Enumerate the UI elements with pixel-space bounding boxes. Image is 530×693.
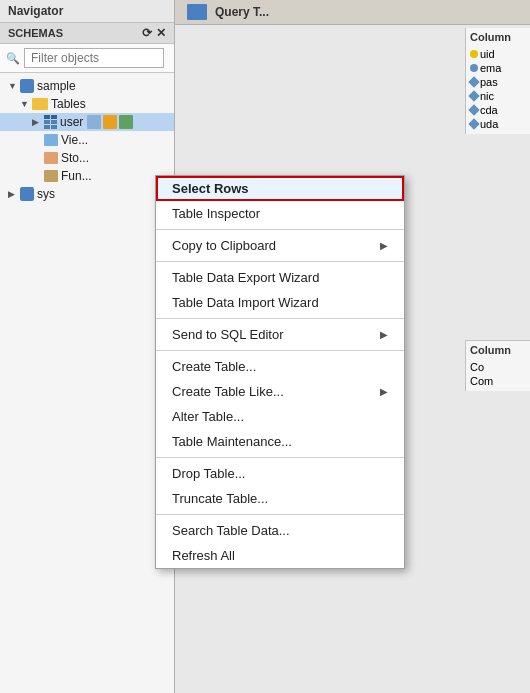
import-wizard-label: Table Data Import Wizard: [172, 295, 319, 310]
query-tab-label: Query T...: [215, 5, 269, 19]
menu-item-export-wizard[interactable]: Table Data Export Wizard: [156, 265, 404, 290]
create-table-label: Create Table...: [172, 359, 256, 374]
col-uid-label: uid: [480, 48, 495, 60]
filter-input[interactable]: [24, 48, 164, 68]
alter-table-label: Alter Table...: [172, 409, 244, 424]
copy-clipboard-label: Copy to Clipboard: [172, 238, 276, 253]
tree-item-views[interactable]: Vie...: [0, 131, 174, 149]
col-header-1: Column: [470, 31, 526, 43]
menu-item-select-rows[interactable]: Select Rows: [156, 176, 404, 201]
col-ema-label: ema: [480, 62, 501, 74]
sys-arrow: ▶: [8, 189, 20, 199]
export-wizard-label: Table Data Export Wizard: [172, 270, 319, 285]
separator-4: [156, 350, 404, 351]
separator-1: [156, 229, 404, 230]
menu-item-alter-table[interactable]: Alter Table...: [156, 404, 404, 429]
stored-label: Sto...: [61, 151, 89, 165]
navigator-panel: Navigator SCHEMAS ⟳ ✕ 🔍 ▼ sample ▼: [0, 0, 175, 693]
tree-item-sys[interactable]: ▶ sys: [0, 185, 174, 203]
create-like-arrow-icon: ▶: [380, 386, 388, 397]
schemas-icons: ⟳ ✕: [142, 26, 166, 40]
collapse-arrow: ▼: [8, 81, 20, 91]
col-ema: ema: [470, 61, 526, 75]
views-label: Vie...: [61, 133, 88, 147]
select-rows-label: Select Rows: [172, 181, 249, 196]
col-uda-label: uda: [480, 118, 498, 130]
select-rows-icon: [87, 115, 101, 129]
views-icon: [44, 134, 58, 146]
col-uda: uda: [470, 117, 526, 131]
table-maintenance-label: Table Maintenance...: [172, 434, 292, 449]
user-label: user: [60, 115, 83, 129]
col-nic: nic: [470, 89, 526, 103]
col-icon-nic: [468, 90, 479, 101]
menu-item-send-sql[interactable]: Send to SQL Editor ▶: [156, 322, 404, 347]
col-cda: cda: [470, 103, 526, 117]
menu-item-copy-clipboard[interactable]: Copy to Clipboard ▶: [156, 233, 404, 258]
sys-label: sys: [37, 187, 55, 201]
navigator-header: Navigator: [0, 0, 174, 23]
col-cda-label: cda: [480, 104, 498, 116]
query-tab[interactable]: Query T...: [175, 0, 530, 25]
menu-item-table-inspector[interactable]: Table Inspector: [156, 201, 404, 226]
key-icon: [470, 50, 478, 58]
refresh-all-label: Refresh All: [172, 548, 235, 563]
separator-6: [156, 514, 404, 515]
col-co: Co: [470, 360, 526, 374]
col-icon-cda: [468, 104, 479, 115]
folder-icon: [32, 98, 48, 110]
table-icon: [44, 115, 57, 129]
menu-item-truncate-table[interactable]: Truncate Table...: [156, 486, 404, 511]
row-action-icons: [87, 115, 133, 129]
sys-db-icon: [20, 187, 34, 201]
tree-item-stored-procs[interactable]: Sto...: [0, 149, 174, 167]
col-com: Com: [470, 374, 526, 388]
send-sql-arrow-icon: ▶: [380, 329, 388, 340]
menu-item-refresh-all[interactable]: Refresh All: [156, 543, 404, 568]
edit-icon: [103, 115, 117, 129]
tree-item-functions[interactable]: Fun...: [0, 167, 174, 185]
col-co-label: Co: [470, 361, 484, 373]
search-table-label: Search Table Data...: [172, 523, 290, 538]
col-com-label: Com: [470, 375, 493, 387]
tables-label: Tables: [51, 97, 86, 111]
menu-item-search-table-data[interactable]: Search Table Data...: [156, 518, 404, 543]
sample-label: sample: [37, 79, 76, 93]
col-icon-ema: [470, 64, 478, 72]
send-sql-label: Send to SQL Editor: [172, 327, 284, 342]
create-table-like-label: Create Table Like...: [172, 384, 284, 399]
user-arrow: ▶: [32, 117, 44, 127]
navigator-title: Navigator: [8, 4, 63, 18]
menu-item-create-table[interactable]: Create Table...: [156, 354, 404, 379]
menu-item-import-wizard[interactable]: Table Data Import Wizard: [156, 290, 404, 315]
inspect-icon: [119, 115, 133, 129]
query-tab-icon: [187, 4, 207, 20]
schemas-label: SCHEMAS: [8, 27, 63, 39]
copy-arrow-icon: ▶: [380, 240, 388, 251]
col-nic-label: nic: [480, 90, 494, 102]
drop-table-label: Drop Table...: [172, 466, 245, 481]
search-icon: 🔍: [6, 52, 20, 65]
main-area: Navigator SCHEMAS ⟳ ✕ 🔍 ▼ sample ▼: [0, 0, 530, 693]
menu-item-create-table-like[interactable]: Create Table Like... ▶: [156, 379, 404, 404]
col-uid: uid: [470, 47, 526, 61]
col-header-2: Column: [470, 344, 526, 356]
stored-icon: [44, 152, 58, 164]
menu-item-table-maintenance[interactable]: Table Maintenance...: [156, 429, 404, 454]
tree-item-user[interactable]: ▶ user: [0, 113, 174, 131]
refresh-schema-icon[interactable]: ⟳: [142, 26, 152, 40]
filter-box: 🔍: [0, 44, 174, 73]
func-label: Fun...: [61, 169, 92, 183]
tree-item-tables[interactable]: ▼ Tables: [0, 95, 174, 113]
columns-panel-2: Column Co Com: [465, 340, 530, 391]
add-schema-icon[interactable]: ✕: [156, 26, 166, 40]
separator-3: [156, 318, 404, 319]
tree-area: ▼ sample ▼ Tables ▶ user: [0, 73, 174, 207]
col-pas-label: pas: [480, 76, 498, 88]
func-icon: [44, 170, 58, 182]
tree-item-sample[interactable]: ▼ sample: [0, 77, 174, 95]
col-pas: pas: [470, 75, 526, 89]
db-icon: [20, 79, 34, 93]
menu-item-drop-table[interactable]: Drop Table...: [156, 461, 404, 486]
table-inspector-label: Table Inspector: [172, 206, 260, 221]
